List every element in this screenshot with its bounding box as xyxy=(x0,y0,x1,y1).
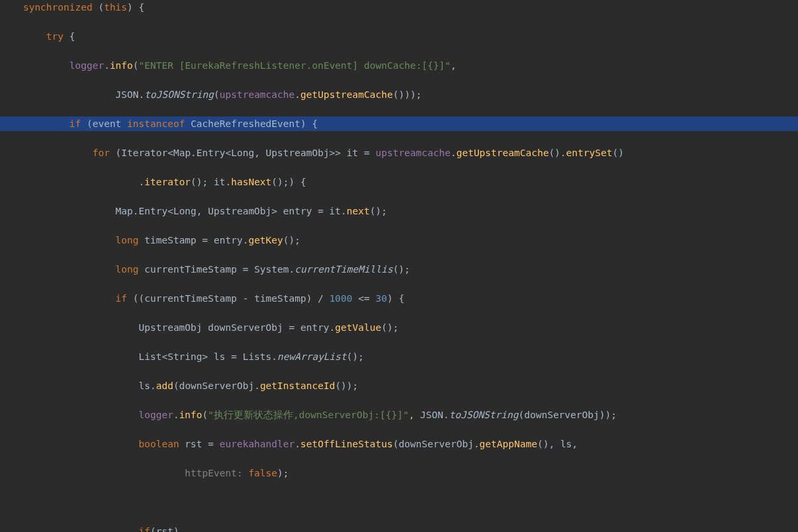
code-line[interactable]: if ((currentTimeStamp - timeStamp) / 100… xyxy=(0,291,798,306)
parameter-hint: httpEvent: xyxy=(185,468,248,478)
code-line[interactable]: logger.info("ENTER [EurekaRefreshListene… xyxy=(0,58,798,73)
code-line[interactable]: Map.Entry<Long, UpstreamObj> entry = it.… xyxy=(0,204,798,218)
code-line[interactable]: boolean rst = eurekahandler.setOffLineSt… xyxy=(0,437,798,451)
code-line[interactable]: for (Iterator<Map.Entry<Long, UpstreamOb… xyxy=(0,146,798,160)
code-line[interactable]: try { xyxy=(0,29,798,44)
code-line[interactable]: long currentTimeStamp = System.currentTi… xyxy=(0,262,798,277)
code-line[interactable]: if(rst) xyxy=(0,524,798,532)
code-line[interactable]: ls.add(downServerObj.getInstanceId()); xyxy=(0,378,798,393)
code-line[interactable] xyxy=(0,495,798,510)
code-line[interactable]: .iterator(); it.hasNext();) { xyxy=(0,175,798,189)
code-editor[interactable]: synchronized (this) { try { logger.info(… xyxy=(0,0,798,532)
code-line[interactable]: logger.info("执行更新状态操作,downServerObj:[{}]… xyxy=(0,408,798,422)
code-line[interactable]: httpEvent: false); xyxy=(0,466,798,480)
code-line[interactable]: JSON.toJSONString(upstreamcache.getUpstr… xyxy=(0,87,798,102)
code-line[interactable]: UpstreamObj downServerObj = entry.getVal… xyxy=(0,320,798,335)
code-line[interactable]: long timeStamp = entry.getKey(); xyxy=(0,233,798,247)
code-line[interactable]: synchronized (this) { xyxy=(0,0,798,15)
highlighted-line[interactable]: if (event instanceof CacheRefreshedEvent… xyxy=(0,116,798,131)
code-block[interactable]: synchronized (this) { try { logger.info(… xyxy=(0,0,798,532)
code-line[interactable]: List<String> ls = Lists.newArrayList(); xyxy=(0,349,798,364)
